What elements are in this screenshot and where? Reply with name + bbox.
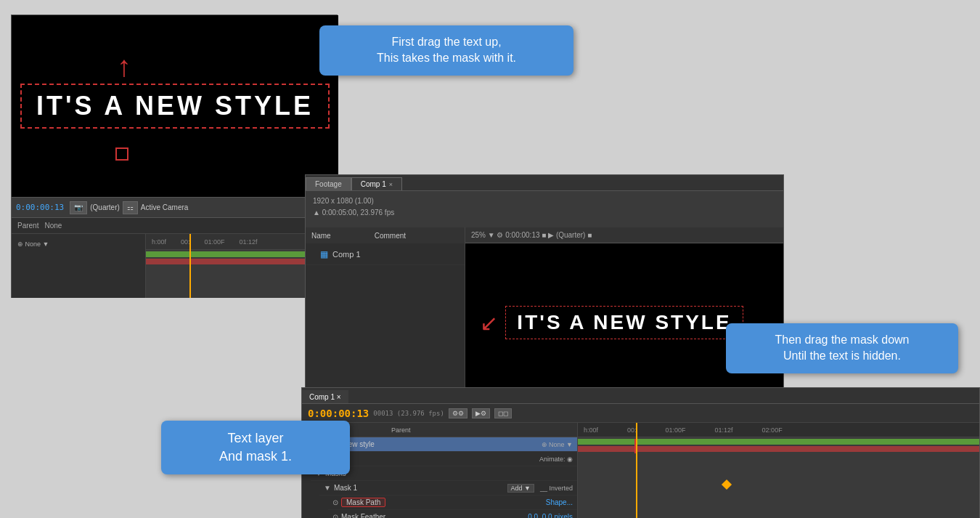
files-name-col: Name xyxy=(311,232,331,240)
text-label-line2: And mask 1. xyxy=(176,448,335,466)
dim-line1: 1920 x 1080 (1.00) xyxy=(313,195,394,207)
ruler-mark-4: 01:12f xyxy=(240,238,258,246)
right-upper-content: Name Comment ▦ Comp 1 25% ▼ ⚙ 0:00:00:13… xyxy=(306,227,783,402)
animate-btn[interactable]: Animate: ◉ xyxy=(539,456,573,463)
dim-line2: ▲ 0:00:05:00, 23.976 fps xyxy=(313,207,394,219)
tooltip-top: First drag the text up, This takes the m… xyxy=(319,25,573,76)
mask-path-label: Mask Path xyxy=(341,498,385,507)
parent-col: Parent xyxy=(391,426,411,434)
timeline-track-area: h:00f 00: 01:00F 01:12f 02:00F xyxy=(578,423,979,518)
tooltip-top-line2: This takes the mask with it. xyxy=(334,50,559,66)
mask-feather-value: 0.0, 0.0 pixels xyxy=(528,513,573,518)
project-files-panel: Name Comment ▦ Comp 1 xyxy=(306,227,465,402)
layer-masks-row[interactable]: ▼ Masks xyxy=(311,466,577,481)
bottom-tool-btn3[interactable]: ◻◻ xyxy=(494,408,512,418)
br-mark-2: 00: xyxy=(627,426,637,434)
timeline-header: Parent None xyxy=(12,218,337,234)
project-dimensions: 1920 x 1080 (1.00) ▲ 0:00:05:00, 23.976 … xyxy=(313,195,394,223)
layer-mask-path-row[interactable]: ⊙ Mask Path Shape... xyxy=(328,495,577,510)
camera-icon-btn[interactable]: 📷 xyxy=(70,201,87,214)
right-upper-panel: Footage Comp 1 × 1920 x 1080 (1.00) ▲ 0:… xyxy=(305,174,784,402)
br-mark-5: 02:00F xyxy=(762,426,783,434)
red-selection-rect xyxy=(115,147,128,161)
mask-path-value: Shape... xyxy=(546,498,573,506)
ae-tabs-upper: Footage Comp 1 × xyxy=(306,175,783,191)
bottom-time: 0:00:00:13 xyxy=(308,408,369,419)
preview-video-area: ↙ IT'S A NEW STYLE ↖ xyxy=(465,243,783,402)
camera-label: Active Camera xyxy=(141,203,189,211)
br-red-track xyxy=(578,446,979,452)
bottom-tab-label: Comp 1 × xyxy=(309,393,341,401)
files-header: Name Comment xyxy=(306,227,465,243)
none-label: None xyxy=(44,222,62,230)
add-button[interactable]: Add ▼ xyxy=(507,484,534,493)
ruler-mark-2: 00: xyxy=(181,238,190,246)
inverted-label: __ Inverted xyxy=(540,485,573,492)
layer-parent-dropdown[interactable]: ⊕ None ▼ xyxy=(542,441,573,448)
ruler-mark-1: h:00f xyxy=(152,238,166,246)
parent-label: Parent xyxy=(17,222,38,230)
left-video-panel: ↑ IT'S A NEW STYLE 0:00:00:13 📷 (Quarter… xyxy=(11,15,338,298)
footage-tab-label: Footage xyxy=(315,180,342,188)
layer-text-row[interactable]: ▶ Text Animate: ◉ xyxy=(311,452,577,466)
layer-mask-feather-row[interactable]: ⊙ Mask Feather 0.0, 0.0 pixels xyxy=(328,510,577,518)
video-title-text: IT'S A NEW STYLE xyxy=(20,84,330,129)
bottom-columns: Source Name Parent 1 ■ it's a new style … xyxy=(302,423,979,518)
project-info-bar: 1920 x 1080 (1.00) ▲ 0:00:05:00, 23.976 … xyxy=(306,191,783,227)
timeline-labels: ⊕ None ▼ xyxy=(12,234,146,298)
br-keyframe-diamond xyxy=(722,479,732,490)
left-panel-toolbar: 0:00:00:13 📷 (Quarter) ⚏ Active Camera xyxy=(12,197,337,217)
right-preview-panel: 25% ▼ ⚙ 0:00:00:13 ■ ▶ (Quarter) ■ ↙ IT'… xyxy=(465,227,783,402)
tab-close-icon[interactable]: × xyxy=(389,181,393,188)
red-arrow-up-icon: ↑ xyxy=(117,52,131,81)
br-mark-3: 01:00F xyxy=(666,426,686,434)
comp-file-name: Comp 1 xyxy=(332,250,361,259)
bottom-tool-btn1[interactable]: ⚙⚙ xyxy=(449,408,467,418)
timeline-label-row: ⊕ None ▼ xyxy=(12,237,145,251)
mask-feather-label: Mask Feather xyxy=(341,513,385,518)
bottom-ae-panel: Comp 1 × 0:00:00:13 00013 (23.976 fps) ⚙… xyxy=(301,387,980,518)
bottom-tool-btn2[interactable]: ▶⚙ xyxy=(472,408,490,418)
timeline-playhead xyxy=(189,234,191,298)
tab-footage[interactable]: Footage xyxy=(306,177,351,190)
left-video-area: ↑ IT'S A NEW STYLE xyxy=(12,15,338,197)
tab-comp1[interactable]: Comp 1 × xyxy=(351,177,402,190)
tooltip-bottom-line1: Then drag the mask down xyxy=(740,332,944,348)
timeline-time: 0:00:00:13 xyxy=(16,203,64,212)
files-comment-col: Comment xyxy=(375,232,406,240)
text-label-bubble: Text layer And mask 1. xyxy=(161,421,350,474)
tooltip-bottom-line2: Until the text is hidden. xyxy=(740,348,944,364)
tooltip-bottom-right: Then drag the mask down Until the text i… xyxy=(726,323,958,373)
br-mark-1: h:00f xyxy=(584,426,598,434)
layer-mask1-row[interactable]: ▼ Mask 1 Add ▼ __ Inverted xyxy=(319,481,577,495)
comp-file-icon: ▦ xyxy=(320,249,328,259)
bottom-time-sub: 00013 (23.976 fps) xyxy=(373,410,444,417)
preview-toolbar: 25% ▼ ⚙ 0:00:00:13 ■ ▶ (Quarter) ■ xyxy=(465,227,783,243)
files-item-comp1[interactable]: ▦ Comp 1 xyxy=(306,243,465,265)
left-timeline: Parent None ⊕ None ▼ h:00f 00: 01:00F 01… xyxy=(12,217,337,297)
grid-btn[interactable]: ⚏ xyxy=(123,201,138,214)
br-mark-4: 01:12f xyxy=(715,426,733,434)
bottom-tabs: Comp 1 × xyxy=(302,388,979,404)
preview-red-arrow-icon: ↙ xyxy=(480,310,498,336)
preview-title-text: IT'S A NEW STYLE xyxy=(505,306,743,339)
br-green-track xyxy=(578,439,979,445)
tooltip-top-line1: First drag the text up, xyxy=(334,34,559,50)
bottom-toolbar: 0:00:00:13 00013 (23.976 fps) ⚙⚙ ▶⚙ ◻◻ xyxy=(302,404,979,423)
mask1-label: Mask 1 xyxy=(334,484,357,492)
timeline-body: ⊕ None ▼ h:00f 00: 01:00F 01:12f xyxy=(12,234,337,298)
mask-path-icon: ⊙ xyxy=(332,498,338,506)
br-ruler: h:00f 00: 01:00F 01:12f 02:00F xyxy=(578,423,979,437)
text-label-line1: Text layer xyxy=(176,429,335,448)
mask1-expand-icon: ▼ xyxy=(324,484,331,492)
zoom-label: (Quarter) xyxy=(90,203,120,211)
feather-icon: ⊙ xyxy=(332,513,338,518)
ruler-mark-3: 01:00F xyxy=(205,238,225,246)
comp1-tab-label: Comp 1 xyxy=(361,180,386,188)
br-playhead xyxy=(636,423,637,518)
bottom-tab-comp1[interactable]: Comp 1 × xyxy=(302,390,348,403)
preview-toolbar-controls: 25% ▼ ⚙ 0:00:00:13 ■ ▶ (Quarter) ■ xyxy=(471,231,592,239)
